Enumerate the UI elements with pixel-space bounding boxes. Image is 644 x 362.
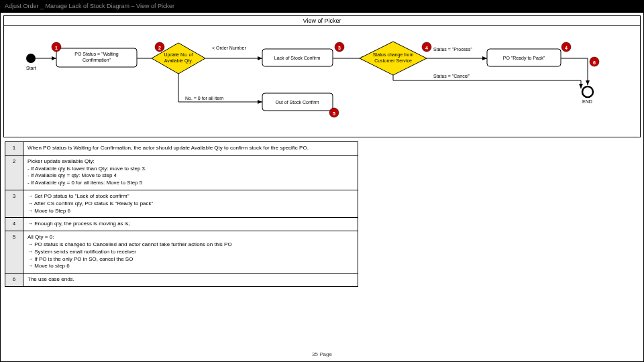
step-text: The use case ends.	[23, 274, 358, 287]
step-text: When PO status is Waiting for Confirmati…	[23, 142, 358, 156]
svg-text:3: 3	[338, 46, 341, 50]
svg-text:5: 5	[333, 111, 335, 116]
edge-zero-all: No. = 0 for all item	[185, 96, 223, 101]
step-row: 6The use case ends.	[5, 274, 358, 287]
step-row: 5All Qty = 0:→ PO status is changed to C…	[5, 231, 358, 274]
badge-6: 6	[590, 57, 599, 66]
badge-1: 1	[52, 42, 61, 52]
step-row: 1When PO status is Waiting for Confirmat…	[5, 142, 358, 156]
node-po-ready-label: PO "Ready to Pack"	[503, 56, 545, 61]
step-text: Picker update available Qty: - If Availa…	[23, 155, 358, 190]
svg-text:4: 4	[425, 46, 428, 50]
node-lack-confirm-label: Lack of Stock Confirm	[274, 56, 321, 60]
page-footer: 35 Page	[1, 351, 643, 357]
start-label: Start	[26, 66, 36, 70]
steps-table: 1When PO status is Waiting for Confirmat…	[5, 141, 358, 287]
step-num: 2	[5, 155, 23, 190]
step-num: 3	[5, 190, 23, 217]
badge-4b: 4	[561, 42, 571, 52]
step-row: 4→ Enough qty, the process is moving as …	[5, 218, 358, 231]
edge-lt-order: < Order Number	[212, 46, 246, 50]
svg-text:1: 1	[55, 46, 58, 50]
flow-diagram: Start PO Status = "WaitingConfirmation" …	[4, 28, 635, 135]
svg-text:6: 6	[593, 60, 596, 65]
step-num: 4	[5, 218, 23, 231]
step-row: 2Picker update available Qty: - If Avail…	[5, 155, 358, 190]
step-text: → Set PO status to "Lack of stock confir…	[23, 190, 358, 217]
badge-5: 5	[329, 108, 339, 117]
page: Adjust Order _ Manage Lack of Stock Diag…	[0, 0, 644, 362]
step-num: 6	[5, 274, 23, 287]
end-node	[582, 86, 593, 97]
svg-text:2: 2	[158, 46, 161, 50]
svg-text:4: 4	[565, 46, 568, 50]
step-num: 5	[5, 231, 23, 274]
start-node	[26, 54, 36, 63]
pool-title: View of Picker	[4, 16, 640, 26]
step-text: → Enough qty, the process is moving as i…	[23, 218, 358, 231]
step-num: 1	[5, 142, 23, 156]
gateway-update-qty-label: Update No. ofAvailable Qty.	[164, 52, 193, 64]
step-text: All Qty = 0:→ PO status is changed to Ca…	[23, 231, 358, 274]
badge-4a: 4	[422, 42, 431, 52]
diagram-pool: View of Picker Start PO Status = "Waitin…	[3, 15, 641, 137]
end-label: END	[582, 99, 592, 104]
node-out-confirm-label: Out of Stock Confirm	[276, 100, 319, 105]
badge-3: 3	[335, 42, 344, 52]
edge-status-process: Status = "Process"	[433, 47, 473, 52]
badge-2: 2	[155, 42, 164, 52]
title-bar: Adjust Order _ Manage Lack of Stock Diag…	[1, 1, 643, 13]
edge-status-cancel: Status = "Cancel"	[433, 74, 470, 78]
step-row: 3→ Set PO status to "Lack of stock confi…	[5, 190, 358, 217]
